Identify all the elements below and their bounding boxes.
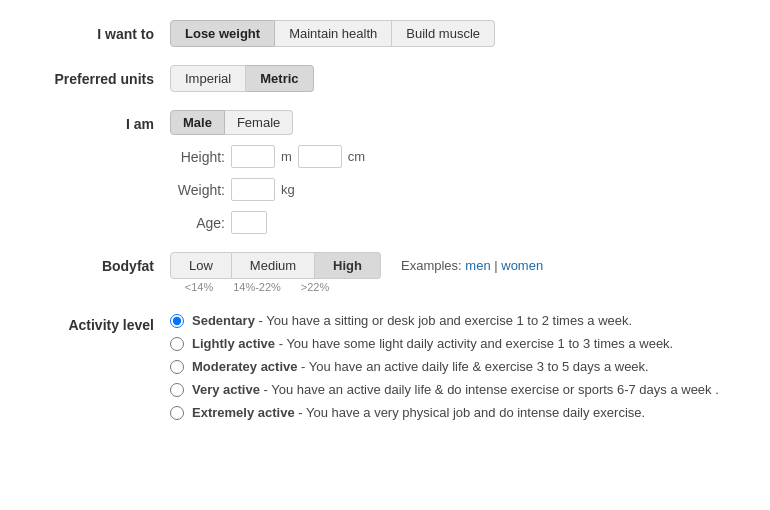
units-imperial-button[interactable]: Imperial: [170, 65, 246, 92]
goal-row: I want to Lose weight Maintain health Bu…: [30, 20, 740, 47]
goal-button-group: Lose weight Maintain health Build muscle: [170, 20, 495, 47]
units-content: Imperial Metric: [170, 65, 314, 92]
bodyfat-low-button[interactable]: Low: [170, 252, 232, 279]
goal-build-muscle-button[interactable]: Build muscle: [392, 20, 495, 47]
units-row: Preferred units Imperial Metric: [30, 65, 740, 92]
gender-label: I am: [30, 110, 170, 132]
bodyfat-high-button[interactable]: High: [315, 252, 381, 279]
bodyfat-inner: Low Medium High <14% 14%-22% >22% Exampl…: [170, 252, 543, 293]
activity-radio-extremely[interactable]: [170, 406, 184, 420]
weight-input[interactable]: [231, 178, 275, 201]
activity-text-lightly: Lightly active - You have some light dai…: [192, 336, 673, 351]
units-metric-button[interactable]: Metric: [246, 65, 313, 92]
activity-radio-sedentary[interactable]: [170, 314, 184, 328]
height-row: Height: m cm: [170, 145, 365, 168]
goal-lose-weight-button[interactable]: Lose weight: [170, 20, 275, 47]
bodyfat-buttons-section: Low Medium High <14% 14%-22% >22%: [170, 252, 381, 293]
activity-option-sedentary: Sedentary - You have a sitting or desk j…: [170, 313, 719, 328]
goal-label: I want to: [30, 20, 170, 42]
activity-option-lightly: Lightly active - You have some light dai…: [170, 336, 719, 351]
activity-row: Activity level Sedentary - You have a si…: [30, 311, 740, 420]
bodyfat-content: Low Medium High <14% 14%-22% >22% Exampl…: [170, 252, 543, 293]
height-m-unit: m: [281, 149, 292, 164]
goal-maintain-health-button[interactable]: Maintain health: [275, 20, 392, 47]
activity-text-extremely: Extremely active - You have a very physi…: [192, 405, 645, 420]
height-label: Height:: [170, 149, 225, 165]
bodyfat-men-link[interactable]: men: [465, 258, 490, 273]
bodyfat-women-link[interactable]: women: [501, 258, 543, 273]
units-button-group: Imperial Metric: [170, 65, 314, 92]
bodyfat-range-medium: 14%-22%: [228, 281, 286, 293]
activity-option-extremely: Extremely active - You have a very physi…: [170, 405, 719, 420]
activity-radio-very[interactable]: [170, 383, 184, 397]
bodyfat-range-high: >22%: [286, 281, 344, 293]
gender-row: I am Male Female Height: m cm Weight: kg…: [30, 110, 740, 234]
height-m-input[interactable]: [231, 145, 275, 168]
gender-content: Male Female Height: m cm Weight: kg Age:: [170, 110, 365, 234]
activity-radio-moderately[interactable]: [170, 360, 184, 374]
gender-male-button[interactable]: Male: [170, 110, 225, 135]
height-cm-unit: cm: [348, 149, 365, 164]
activity-option-very: Very active - You have an active daily l…: [170, 382, 719, 397]
activity-bold-very: Very active: [192, 382, 260, 397]
height-cm-input[interactable]: [298, 145, 342, 168]
activity-radio-lightly[interactable]: [170, 337, 184, 351]
bodyfat-medium-button[interactable]: Medium: [232, 252, 315, 279]
activity-options-list: Sedentary - You have a sitting or desk j…: [170, 311, 719, 420]
age-input[interactable]: [231, 211, 267, 234]
activity-content: Sedentary - You have a sitting or desk j…: [170, 311, 719, 420]
activity-bold-moderately: Moderatey active: [192, 359, 298, 374]
age-row: Age:: [170, 211, 365, 234]
activity-bold-lightly: Lightly active: [192, 336, 275, 351]
weight-row: Weight: kg: [170, 178, 365, 201]
gender-button-group: Male Female: [170, 110, 365, 135]
bodyfat-button-group: Low Medium High: [170, 252, 381, 279]
bodyfat-range-labels: <14% 14%-22% >22%: [170, 281, 344, 293]
bodyfat-examples-label: Examples:: [401, 258, 462, 273]
units-label: Preferred units: [30, 65, 170, 87]
weight-unit: kg: [281, 182, 295, 197]
activity-text-very: Very active - You have an active daily l…: [192, 382, 719, 397]
bodyfat-range-low: <14%: [170, 281, 228, 293]
activity-bold-extremely: Extremely active: [192, 405, 295, 420]
activity-text-moderately: Moderatey active - You have an active da…: [192, 359, 649, 374]
age-label: Age:: [170, 215, 225, 231]
goal-content: Lose weight Maintain health Build muscle: [170, 20, 495, 47]
gender-female-button[interactable]: Female: [225, 110, 293, 135]
bodyfat-examples: Examples: men | women: [401, 252, 543, 273]
bodyfat-label: Bodyfat: [30, 252, 170, 274]
activity-text-sedentary: Sedentary - You have a sitting or desk j…: [192, 313, 632, 328]
bodyfat-row: Bodyfat Low Medium High <14% 14%-22% >22…: [30, 252, 740, 293]
weight-label: Weight:: [170, 182, 225, 198]
activity-option-moderately: Moderatey active - You have an active da…: [170, 359, 719, 374]
activity-label: Activity level: [30, 311, 170, 333]
activity-bold-sedentary: Sedentary: [192, 313, 255, 328]
